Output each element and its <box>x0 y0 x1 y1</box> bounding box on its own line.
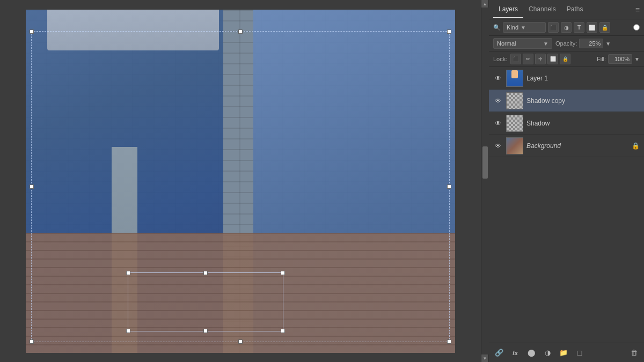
filter-circle-icon <box>633 24 640 31</box>
lock-row: Lock: ⬛ ✏ ✛ ⬜ 🔒 Fill: 100% ▼ <box>489 51 644 67</box>
layer-thumbnail-background <box>506 137 523 154</box>
fill-label: Fill: <box>597 56 606 62</box>
layer-thumbnail-shadow-copy <box>506 92 523 109</box>
handle-ml[interactable] <box>30 184 34 189</box>
filter-type-icon[interactable]: T <box>574 22 584 33</box>
new-adjustment-button[interactable]: ◑ <box>541 347 553 359</box>
tab-paths[interactable]: Paths <box>561 1 589 18</box>
photo-background <box>26 10 455 353</box>
layer-name-background: Background <box>526 142 628 150</box>
lock-artboard-btn[interactable]: ⬜ <box>547 54 558 64</box>
panel-menu-icon[interactable]: ≡ <box>635 5 640 14</box>
layer-thumbnail-shadow <box>506 115 523 132</box>
thumb-checker-shadow-copy <box>507 93 523 109</box>
link-layers-button[interactable]: 🔗 <box>493 347 505 359</box>
canvas-scrollbar[interactable]: ▲ ▼ <box>481 0 488 362</box>
scroll-up-arrow[interactable]: ▲ <box>481 0 489 8</box>
scroll-thumb[interactable] <box>482 146 488 179</box>
filter-shape-icon[interactable]: ⬜ <box>587 22 597 33</box>
opacity-label: Opacity: <box>555 40 577 47</box>
layer-name-layer1: Layer 1 <box>526 75 640 82</box>
lock-transparent-btn[interactable]: ⬛ <box>510 54 521 64</box>
eye-icon-background[interactable]: 👁 <box>493 141 503 151</box>
panel-tabs: Layers Channels Paths ≡ <box>489 0 644 19</box>
filter-toggle[interactable] <box>633 24 640 31</box>
layer-item-background[interactable]: 👁 Background 🔒 <box>489 135 644 157</box>
filter-smart-icon[interactable]: 🔒 <box>599 22 610 33</box>
fill-input[interactable]: 100% <box>608 54 632 64</box>
lock-label: Lock: <box>493 56 507 62</box>
add-mask-button[interactable]: ⬤ <box>525 347 537 359</box>
panel-bottom-toolbar: 🔗 fx ⬤ ◑ 📁 □ 🗑 <box>489 343 644 362</box>
fill-group: Fill: 100% ▼ <box>597 54 640 64</box>
lock-position-btn[interactable]: ✛ <box>535 54 546 64</box>
opacity-chevron: ▼ <box>605 41 611 47</box>
blend-row: Normal ▼ Opacity: 25% ▼ <box>489 36 644 51</box>
canvas-area[interactable] <box>0 0 481 362</box>
delete-layer-button[interactable]: 🗑 <box>628 347 640 359</box>
handle-tl[interactable] <box>30 29 34 34</box>
inner-handle-bl[interactable] <box>126 329 130 333</box>
layer-item-selected[interactable]: 👁 Shadow copy <box>489 90 644 112</box>
canvas-image <box>26 10 455 353</box>
eye-icon-shadow-copy[interactable]: 👁 <box>493 96 503 106</box>
lock-image-btn[interactable]: ✏ <box>523 54 533 64</box>
inner-handle-tl[interactable] <box>126 271 130 275</box>
tab-channels[interactable]: Channels <box>523 1 561 18</box>
new-layer-button[interactable]: □ <box>574 347 586 359</box>
handle-bl[interactable] <box>30 339 34 344</box>
handle-tm[interactable] <box>238 29 243 34</box>
handle-tr[interactable] <box>447 29 451 34</box>
eye-icon-layer1[interactable]: 👁 <box>493 73 503 83</box>
filter-adjustment-icon[interactable]: ◑ <box>561 22 572 33</box>
inner-handle-br[interactable] <box>281 329 285 333</box>
layer-effects-button[interactable]: fx <box>509 347 521 359</box>
layer-thumbnail-layer1 <box>506 70 523 87</box>
handle-br[interactable] <box>447 339 451 344</box>
layer-item[interactable]: 👁 Layer 1 <box>489 67 644 90</box>
lock-icon-group: ⬛ ✏ ✛ ⬜ 🔒 <box>510 54 570 64</box>
group-layers-button[interactable]: 📁 <box>558 347 569 359</box>
lock-all-btn[interactable]: 🔒 <box>560 54 570 64</box>
blend-chevron: ▼ <box>543 41 548 47</box>
thumb-photo-background <box>507 138 523 154</box>
filter-image-icon[interactable]: ⬛ <box>548 22 559 33</box>
filter-row: 🔍 Kind ▼ ⬛ ◑ T ⬜ 🔒 <box>489 19 644 36</box>
tab-layers[interactable]: Layers <box>493 1 523 18</box>
fill-chevron: ▼ <box>634 56 640 62</box>
kind-dropdown[interactable]: Kind ▼ <box>503 22 546 33</box>
handle-mr[interactable] <box>447 184 451 189</box>
blend-mode-dropdown[interactable]: Normal ▼ <box>493 38 552 49</box>
handle-bm[interactable] <box>238 339 243 344</box>
inner-selection <box>128 272 283 331</box>
search-icon: 🔍 <box>493 24 501 31</box>
inner-handle-tr[interactable] <box>281 271 285 275</box>
opacity-input[interactable]: 25% <box>579 39 603 48</box>
inner-handle-tm[interactable] <box>203 271 208 275</box>
opacity-row: Opacity: 25% ▼ <box>555 39 611 48</box>
layers-list: 👁 Layer 1 👁 Shadow copy 👁 Shadow 👁 <box>489 67 644 343</box>
eye-icon-shadow[interactable]: 👁 <box>493 119 503 128</box>
scroll-down-arrow[interactable]: ▼ <box>481 354 489 362</box>
scroll-track[interactable] <box>481 8 489 354</box>
thumb-checker-shadow <box>507 115 523 131</box>
layer-name-shadow: Shadow <box>526 120 640 127</box>
layer-lock-icon: 🔒 <box>632 142 640 150</box>
layer-name-shadow-copy: Shadow copy <box>526 97 640 105</box>
layer-item-shadow[interactable]: 👁 Shadow <box>489 112 644 135</box>
thumb-person-layer1 <box>507 70 523 86</box>
kind-chevron: ▼ <box>521 25 526 31</box>
inner-handle-bm[interactable] <box>203 329 208 333</box>
right-panel: Layers Channels Paths ≡ 🔍 Kind ▼ ⬛ ◑ T ⬜… <box>488 0 644 362</box>
